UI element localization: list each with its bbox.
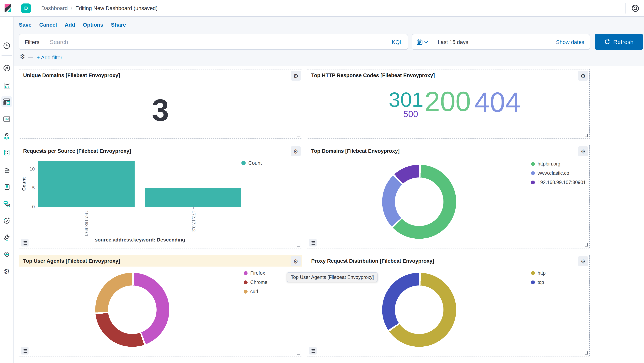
legend-item-http[interactable]: http: [531, 270, 546, 276]
legend-item-ip[interactable]: 192.168.99.107:30901: [531, 179, 586, 186]
tag-500[interactable]: 500: [403, 110, 418, 118]
sidebar-item-visualize[interactable]: [3, 82, 11, 90]
legend-item-chrome[interactable]: Chrome: [244, 279, 268, 286]
refresh-button[interactable]: Refresh: [595, 34, 643, 50]
life-ring-help-icon: [631, 4, 640, 13]
legend-toggle-button[interactable]: [21, 239, 28, 246]
y-tick-10: 10: [25, 166, 35, 172]
panel-gear-button[interactable]: ⚙: [578, 256, 588, 266]
metrics-infrastructure-icon: [3, 166, 11, 174]
legend: http tcp: [531, 270, 546, 286]
cancel-button[interactable]: Cancel: [39, 22, 57, 28]
list-icon: [310, 240, 315, 245]
legend: Firefox Chrome curl: [244, 270, 268, 295]
filter-settings-gear-icon[interactable]: ⚙: [20, 54, 25, 60]
gear-icon: ⚙: [293, 148, 298, 154]
panel-gear-button[interactable]: ⚙: [291, 256, 301, 266]
sidebar-item-maps[interactable]: [3, 132, 11, 140]
legend-dot: [531, 280, 535, 284]
tag-200[interactable]: 200: [424, 88, 471, 115]
list-icon: [22, 348, 27, 353]
apm-icon: [3, 200, 11, 208]
canvas-icon: [3, 115, 11, 123]
left-nav-sidebar: ⚙: [0, 16, 14, 363]
resize-handle[interactable]: [584, 244, 588, 246]
legend-item-httpbin[interactable]: httpbin.org: [531, 160, 586, 167]
legend-toggle-button[interactable]: [309, 239, 316, 246]
help-button[interactable]: [631, 4, 640, 13]
sidebar-item-metrics[interactable]: [3, 166, 11, 174]
resize-handle[interactable]: [584, 134, 588, 137]
tag-404[interactable]: 404: [474, 88, 520, 116]
sidebar-item-uptime[interactable]: [3, 217, 11, 225]
legend-item-tcp[interactable]: tcp: [531, 279, 546, 286]
filters-menu-button[interactable]: Filters: [19, 34, 45, 50]
donut-chart-user-agents[interactable]: [95, 273, 169, 347]
legend-label: tcp: [538, 280, 544, 285]
kibana-logo-icon[interactable]: [3, 3, 13, 13]
resize-handle[interactable]: [584, 352, 588, 354]
panel-gear-button[interactable]: ⚙: [578, 146, 588, 156]
space-badge[interactable]: D: [21, 4, 31, 13]
metric-value: 3: [152, 92, 169, 128]
sidebar-item-logs[interactable]: [3, 183, 11, 191]
legend-item-count[interactable]: Count: [242, 160, 262, 166]
tag-301[interactable]: 301: [389, 89, 424, 110]
resize-handle[interactable]: [297, 134, 300, 137]
save-button[interactable]: Save: [19, 22, 32, 28]
search-input[interactable]: [45, 38, 387, 45]
sidebar-item-apm[interactable]: [3, 200, 11, 208]
add-filter-link[interactable]: + Add filter: [37, 54, 62, 60]
legend-toggle-button[interactable]: [21, 347, 28, 354]
panel-title: Unique Domains [Filebeat Envoyproxy]: [23, 72, 120, 78]
donut-chart-proxy-distribution[interactable]: [382, 273, 456, 347]
legend-label: www.elastic.co: [538, 170, 569, 176]
refresh-icon: [604, 39, 610, 45]
options-button[interactable]: Options: [83, 22, 103, 28]
heartbeat-monitoring-icon: [3, 250, 11, 258]
share-button[interactable]: Share: [111, 22, 126, 28]
panel-gear-button[interactable]: ⚙: [291, 146, 301, 156]
header-divider: [17, 3, 17, 14]
bar-192-168-99-1[interactable]: [38, 161, 134, 207]
legend: Count: [242, 160, 262, 166]
sidebar-item-management[interactable]: ⚙: [3, 267, 11, 276]
show-dates-button[interactable]: Show dates: [554, 38, 590, 45]
sidebar-item-discover[interactable]: [3, 64, 11, 72]
sidebar-item-dev-tools[interactable]: [3, 234, 11, 242]
panel-top-user-agents: Top User Agents [Filebeat Envoyproxy] ⚙ …: [19, 254, 302, 356]
header-divider: [626, 3, 626, 14]
legend-toggle-button[interactable]: [309, 347, 316, 354]
x-category-label: 192.168.99.1: [84, 210, 89, 236]
legend-dot: [244, 280, 248, 284]
dashboard-icon: [3, 98, 11, 106]
sidebar-item-recents[interactable]: [3, 42, 11, 50]
list-icon: [22, 240, 27, 245]
legend-item-curl[interactable]: curl: [244, 288, 268, 295]
calendar-dropdown-button[interactable]: [412, 34, 432, 50]
bar-172-17-0-3[interactable]: [145, 188, 242, 207]
sidebar-item-machine-learning[interactable]: [3, 148, 11, 156]
legend-item-elastic[interactable]: www.elastic.co: [531, 170, 586, 176]
resize-handle[interactable]: [297, 352, 300, 354]
panel-title: Requests per Source [Filebeat Envoyproxy…: [23, 148, 131, 154]
panel-title: Top User Agents [Filebeat Envoyproxy]: [23, 258, 120, 264]
breadcrumb-dashboard-link[interactable]: Dashboard: [41, 5, 68, 11]
time-range-value[interactable]: Last 15 days: [432, 39, 554, 45]
panel-gear-button[interactable]: ⚙: [578, 70, 588, 80]
donut-chart-top-domains[interactable]: [382, 165, 456, 239]
sidebar-item-canvas[interactable]: [3, 115, 11, 123]
sidebar-item-stack-monitoring[interactable]: [3, 250, 11, 258]
clock-icon: [3, 42, 11, 50]
sidebar-item-dashboard[interactable]: [3, 98, 11, 106]
y-tick-0: 0: [25, 204, 35, 210]
y-tick-mark: [36, 188, 38, 188]
resize-handle[interactable]: [297, 244, 300, 246]
panel-unique-domains: Unique Domains [Filebeat Envoyproxy] ⚙ 3: [19, 69, 302, 139]
legend-item-firefox[interactable]: Firefox: [244, 270, 268, 276]
panel-gear-button[interactable]: ⚙: [291, 70, 301, 80]
legend-label: Chrome: [250, 280, 268, 285]
legend-label: httpbin.org: [538, 161, 560, 166]
kql-language-button[interactable]: KQL: [387, 39, 408, 45]
add-button[interactable]: Add: [64, 22, 75, 28]
